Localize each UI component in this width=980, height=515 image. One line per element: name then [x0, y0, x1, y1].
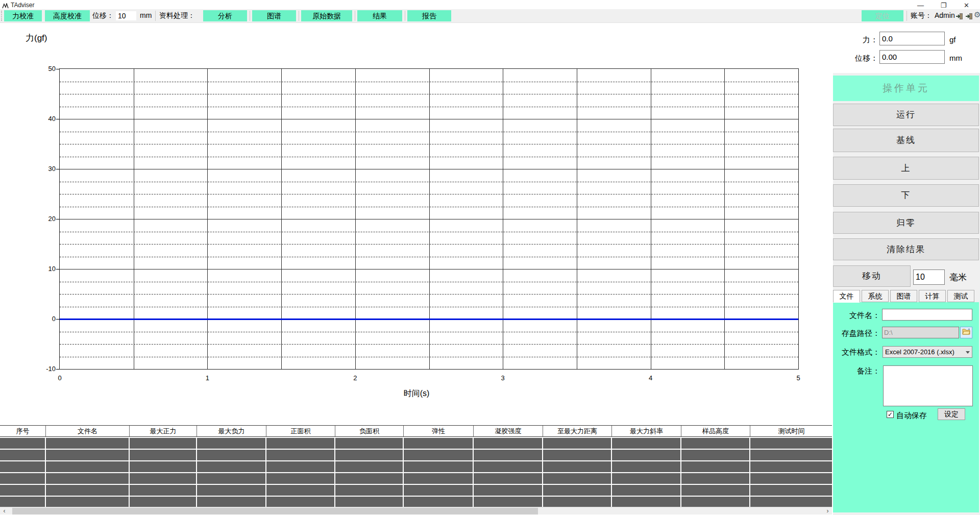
y-tick-label: -10 — [34, 365, 56, 373]
gridline-minor — [60, 257, 798, 257]
clear-results-button[interactable]: 清除结果 — [833, 238, 979, 260]
move-button[interactable]: 移动 — [833, 265, 911, 287]
remark-textarea[interactable] — [883, 365, 973, 406]
h-scrollbar[interactable]: ‹ › — [0, 507, 833, 514]
tab-test[interactable]: 测试 — [947, 290, 974, 302]
account-value: Admin — [935, 11, 955, 19]
table-row[interactable] — [0, 438, 833, 449]
table-cell — [612, 485, 680, 496]
force-readout-label: 力： — [835, 35, 878, 45]
tab-spectrum[interactable]: 图谱 — [890, 290, 917, 302]
filename-label: 文件名： — [833, 311, 880, 321]
table-header-cell[interactable]: 凝胶强度 — [474, 426, 543, 436]
move-distance-input[interactable] — [913, 269, 945, 285]
table-header-cell[interactable]: 负面积 — [335, 426, 404, 436]
table-cell — [612, 497, 680, 507]
table-cell — [474, 473, 542, 484]
separator — [250, 11, 250, 21]
report-button[interactable]: 报告 — [407, 10, 451, 21]
table-cell — [335, 450, 403, 460]
table-header-cell[interactable]: 最大负力 — [197, 426, 266, 436]
positioning-button[interactable]: 定位 — [862, 10, 903, 21]
table-cell — [46, 461, 129, 472]
gridline-minor — [60, 332, 798, 332]
filename-input[interactable] — [882, 309, 972, 321]
operate-unit-button[interactable]: 操作单元 — [833, 76, 979, 101]
displacement-input[interactable] — [115, 11, 137, 21]
logout-icon[interactable] — [965, 11, 973, 20]
y-tick-label: 20 — [34, 215, 56, 223]
table-header-cell[interactable]: 弹性 — [404, 426, 474, 436]
table-cell — [543, 438, 611, 449]
tab-file[interactable]: 文件 — [833, 290, 860, 303]
table-cell — [266, 473, 334, 484]
y-axis-title: 力(gf) — [26, 32, 47, 44]
displacement-unit: mm — [140, 11, 152, 19]
force-readout-input[interactable] — [879, 32, 945, 45]
table-cell — [130, 438, 196, 449]
tab-system[interactable]: 系统 — [862, 290, 889, 302]
table-cell — [335, 497, 403, 507]
set-button[interactable]: 设定 — [938, 408, 965, 420]
y-tick-mark — [56, 169, 59, 169]
analysis-button[interactable]: 分析 — [203, 10, 247, 21]
x-tick-label: 1 — [206, 374, 209, 382]
gridline-minor — [60, 282, 798, 282]
table-header-cell[interactable]: 最大力斜率 — [612, 426, 681, 436]
table-row[interactable] — [0, 485, 833, 496]
chevron-down-icon — [966, 351, 970, 354]
table-header-cell[interactable]: 最大正力 — [130, 426, 197, 436]
table-row[interactable] — [0, 473, 833, 484]
up-button[interactable]: 上 — [833, 157, 979, 180]
scroll-right-button[interactable]: › — [823, 507, 832, 515]
x-tick-label: 0 — [58, 374, 61, 382]
table-header-row: 序号文件名最大正力最大负力正面积负面积弹性凝胶强度至最大力距离最大力斜率样品高度… — [0, 425, 833, 437]
autosave-checkbox[interactable]: ✓ — [887, 411, 894, 418]
y-tick-label: 50 — [34, 65, 56, 72]
baseline-button[interactable]: 基线 — [833, 129, 979, 152]
table-cell — [404, 473, 473, 484]
results-button[interactable]: 结果 — [357, 10, 402, 21]
scroll-left-button[interactable]: ‹ — [0, 507, 9, 515]
plot-area[interactable]: 50403020100-10012345 — [59, 68, 799, 370]
spectrum-button[interactable]: 图谱 — [252, 10, 296, 21]
tab-calculation[interactable]: 计算 — [919, 290, 946, 302]
file-format-select[interactable]: Excel 2007-2016 (.xlsx) — [883, 346, 972, 358]
table-cell — [474, 497, 542, 507]
table-row[interactable] — [0, 497, 833, 507]
table-cell — [266, 450, 334, 460]
table-header-cell[interactable]: 至最大力距离 — [543, 426, 612, 436]
scroll-thumb[interactable] — [12, 508, 538, 514]
table-cell — [681, 473, 749, 484]
table-row[interactable] — [0, 461, 833, 472]
gridline-minor — [60, 182, 798, 182]
x-tick-label: 3 — [501, 374, 505, 382]
table-cell — [543, 461, 611, 472]
raw-data-button[interactable]: 原始数据 — [301, 10, 352, 21]
table-cell — [130, 461, 196, 472]
zero-button[interactable]: 归零 — [833, 212, 979, 234]
toolbar-grip[interactable] — [1, 11, 3, 21]
gridline-minor — [60, 244, 798, 244]
displacement-readout-input[interactable] — [879, 50, 945, 64]
table-header-cell[interactable]: 测试时间 — [750, 426, 833, 436]
login-icon[interactable] — [955, 11, 964, 20]
browse-folder-button[interactable] — [960, 327, 972, 338]
table-cell — [681, 450, 749, 460]
readouts: 力： gf 位移： mm — [833, 23, 980, 73]
table-row[interactable] — [0, 450, 833, 460]
run-button[interactable]: 运行 — [833, 104, 979, 126]
table-cell — [750, 497, 832, 507]
table-header-cell[interactable]: 正面积 — [266, 426, 335, 436]
force-calibration-button[interactable]: 力校准 — [4, 10, 42, 21]
table-header-cell[interactable]: 文件名 — [46, 426, 130, 436]
table-cell — [130, 485, 196, 496]
table-cell — [474, 450, 542, 460]
gear-icon[interactable]: ⚙ — [974, 10, 980, 19]
table-header-cell[interactable]: 序号 — [0, 426, 46, 436]
height-calibration-button[interactable]: 高度校准 — [45, 10, 90, 21]
down-button[interactable]: 下 — [833, 184, 979, 207]
main-toolbar: 力校准 高度校准 位移： mm 资料处理： 分析 图谱 原始数据 结果 报告 定… — [0, 9, 980, 23]
file-format-label: 文件格式： — [833, 348, 880, 357]
table-header-cell[interactable]: 样品高度 — [681, 426, 750, 436]
